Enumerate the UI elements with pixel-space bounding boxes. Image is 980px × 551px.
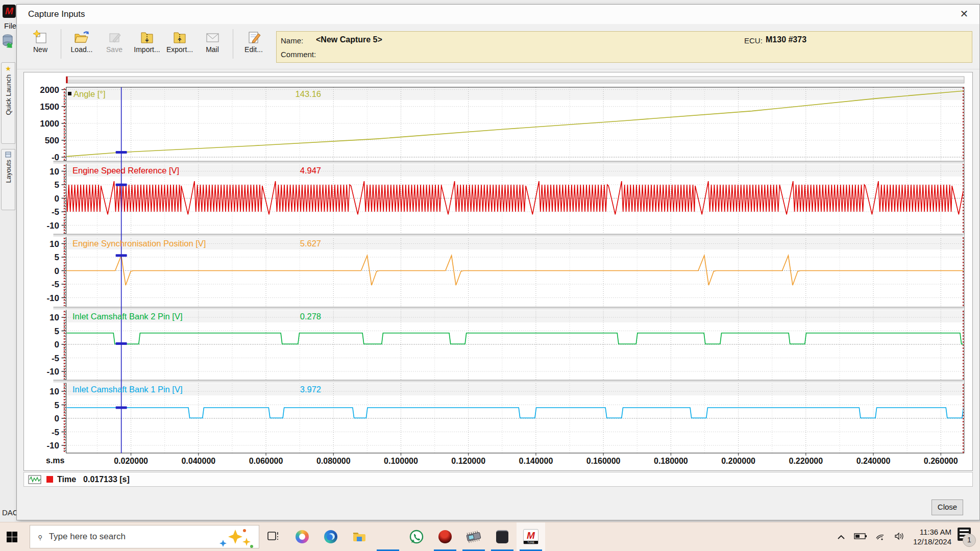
- channel-header-strip: [66, 383, 965, 395]
- svg-text:0.180000: 0.180000: [654, 457, 688, 465]
- load-button[interactable]: Load...: [65, 29, 98, 54]
- cursor-value-marker[interactable]: [116, 151, 127, 154]
- svg-text:10: 10: [50, 387, 59, 396]
- svg-text:Angle [°]: Angle [°]: [74, 89, 106, 98]
- start-button[interactable]: [0, 522, 23, 551]
- svg-text:5: 5: [55, 180, 59, 190]
- svg-text:0.080000: 0.080000: [316, 457, 351, 465]
- sidebar-tab-layouts[interactable]: Layouts: [1, 149, 15, 210]
- svg-text:-5: -5: [52, 428, 59, 437]
- svg-text:10: 10: [50, 167, 59, 177]
- copilot-icon: [296, 530, 309, 543]
- mail-icon: [196, 29, 229, 45]
- taskbar-item-copilot[interactable]: [288, 522, 316, 551]
- scope-scrollbar[interactable]: [66, 77, 965, 83]
- ecu-label: ECU:: [744, 36, 763, 45]
- svg-text:-0: -0: [52, 153, 59, 162]
- channel-header-strip: [66, 164, 965, 177]
- svg-text:0.140000: 0.140000: [519, 457, 553, 465]
- svg-text:0: 0: [55, 340, 59, 349]
- task-view-button[interactable]: [259, 522, 288, 551]
- svg-text:2000: 2000: [40, 85, 59, 95]
- svg-text:10: 10: [50, 239, 59, 249]
- dark-app-icon: [496, 530, 508, 543]
- svg-text:-5: -5: [52, 207, 59, 217]
- name-label: Name:: [281, 36, 303, 45]
- channel-header-strip: [66, 88, 965, 100]
- svg-text:0.120000: 0.120000: [451, 457, 485, 465]
- taskbar-item-firefox[interactable]: [374, 522, 402, 551]
- svg-text:0.100000: 0.100000: [384, 457, 418, 465]
- toolbar-separator: [233, 29, 233, 59]
- taskbar-item-dark-app[interactable]: [488, 522, 517, 551]
- close-icon[interactable]: ✕: [957, 8, 971, 21]
- svg-text:5: 5: [55, 400, 59, 410]
- svg-text:0: 0: [55, 194, 59, 204]
- close-button[interactable]: Close: [932, 499, 963, 515]
- svg-text:-10: -10: [46, 441, 59, 450]
- menu-file[interactable]: File: [4, 21, 16, 30]
- svg-text:s.ms: s.ms: [46, 456, 65, 465]
- search-placeholder: Type here to search: [49, 532, 126, 542]
- export-button[interactable]: Export...: [163, 29, 196, 54]
- svg-text:-10: -10: [46, 221, 59, 231]
- svg-text:-10: -10: [46, 367, 59, 377]
- ecu-value: M130 #373: [766, 35, 806, 44]
- svg-text:0.220000: 0.220000: [789, 457, 823, 465]
- volume-icon[interactable]: [890, 532, 909, 542]
- cursor-value-marker[interactable]: [116, 184, 127, 186]
- svg-text:0.020000: 0.020000: [114, 457, 148, 465]
- taskbar-item-whatsapp[interactable]: [402, 522, 431, 551]
- dialog-titlebar[interactable]: Capture Inputs ✕: [17, 5, 979, 24]
- cursor-value-marker[interactable]: [116, 342, 127, 345]
- taskbar-item-eprom-app[interactable]: [459, 522, 488, 551]
- waveform-icon: [28, 475, 41, 484]
- star-icon: ★: [5, 65, 11, 72]
- search-icon: ⌕: [34, 531, 46, 542]
- time-channel-marker: [46, 476, 53, 483]
- clock-time: 11:36 AM: [913, 527, 951, 537]
- whatsapp-icon: [409, 530, 424, 544]
- new-button[interactable]: New: [24, 29, 57, 54]
- database-icon[interactable]: [2, 34, 15, 51]
- mail-button[interactable]: Mail: [196, 29, 229, 54]
- sidebar-tab-quick-launch[interactable]: ★ Quick Launch: [1, 62, 15, 144]
- scope-plot-area[interactable]: 200015001000500-01050-5-101050-5-101050-…: [24, 72, 971, 469]
- edit-button[interactable]: Edit...: [237, 29, 270, 54]
- search-input[interactable]: ⌕ Type here to search: [30, 525, 259, 548]
- taskbar-item-red-sphere-app[interactable]: [431, 522, 459, 551]
- taskbar-item-file-explorer[interactable]: [345, 522, 374, 551]
- search-highlights-icon[interactable]: [216, 525, 257, 548]
- svg-text:143.16: 143.16: [296, 89, 321, 98]
- edit-icon: [237, 29, 270, 45]
- chip-icon: [465, 529, 482, 544]
- svg-text:0.278: 0.278: [300, 312, 321, 321]
- toolbar-separator: [61, 29, 61, 59]
- svg-text:0.160000: 0.160000: [586, 457, 621, 465]
- cursor-value-marker[interactable]: [116, 406, 127, 409]
- notification-badge: 1: [963, 534, 976, 547]
- save-icon: [98, 29, 131, 45]
- firefox-icon: [381, 530, 395, 543]
- taskbar-item-edge[interactable]: [316, 522, 345, 551]
- notification-center-button[interactable]: 1: [954, 525, 977, 548]
- clock[interactable]: 11:36 AM 12/18/2024: [913, 527, 951, 546]
- svg-text:0.200000: 0.200000: [721, 457, 755, 465]
- clock-date: 12/18/2024: [913, 537, 951, 546]
- channel-header-strip: [66, 310, 965, 322]
- name-value[interactable]: <New Capture 5>: [316, 35, 382, 44]
- svg-text:0.240000: 0.240000: [856, 457, 891, 465]
- tray-chevron-up-icon[interactable]: [831, 533, 851, 541]
- svg-text:Engine Speed Reference [V]: Engine Speed Reference [V]: [72, 166, 179, 175]
- battery-icon[interactable]: [851, 533, 870, 541]
- svg-text:-5: -5: [52, 354, 59, 363]
- network-icon[interactable]: [870, 532, 890, 542]
- taskbar-item-motec-tune[interactable]: M TUNE: [517, 522, 545, 551]
- import-button[interactable]: Import...: [131, 29, 163, 54]
- svg-text:10: 10: [50, 313, 59, 322]
- quick-launch-label: Quick Launch: [5, 74, 12, 115]
- svg-text:0: 0: [55, 266, 59, 276]
- cursor-value-marker[interactable]: [116, 254, 127, 257]
- svg-text:1500: 1500: [40, 102, 59, 112]
- svg-text:5: 5: [55, 253, 59, 262]
